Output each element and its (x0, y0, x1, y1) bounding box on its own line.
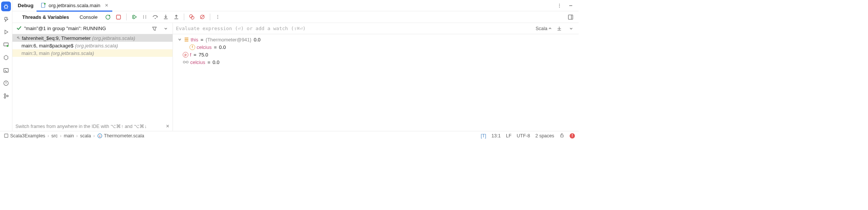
layout-icon[interactable] (566, 12, 575, 21)
var-name: celcius (197, 44, 212, 50)
chevron-right-icon: › (47, 133, 49, 138)
status-indent[interactable]: 2 spaces (535, 133, 554, 138)
frame-text: main:6, main$package$ (21, 43, 73, 49)
tab-console[interactable]: Console (75, 11, 102, 23)
mute-breakpoints-icon[interactable] (198, 12, 207, 21)
back-icon (15, 35, 20, 41)
glasses-icon (183, 59, 189, 65)
close-icon[interactable] (105, 3, 108, 7)
more-vert-icon[interactable] (213, 12, 222, 21)
svg-point-11 (559, 5, 560, 6)
evaluate-bar: Scala (173, 23, 579, 34)
frames-list: fahrenheit_$eq:9, Thermometer (org.jetbr… (12, 34, 173, 121)
run-tool-icon[interactable] (1, 27, 11, 37)
chevron-right-icon: › (76, 133, 78, 138)
services-tool-icon[interactable] (1, 40, 11, 50)
debug-header: Debug org.jetbrains.scala.main (12, 0, 579, 11)
field-icon: f (189, 44, 195, 50)
var-value: 0.0 (212, 59, 219, 65)
variable-row[interactable]: celcius = 0.0 (173, 58, 579, 66)
stop-icon[interactable] (114, 12, 123, 21)
svg-point-23 (183, 61, 185, 63)
filter-icon[interactable] (150, 24, 159, 33)
frame-row[interactable]: fahrenheit_$eq:9, Thermometer (org.jetbr… (12, 34, 173, 42)
breadcrumb-item[interactable]: src (51, 133, 58, 138)
evaluate-input[interactable] (176, 26, 533, 31)
variable-row[interactable]: this = {Thermometer@941} 0.0 (173, 36, 579, 43)
status-caret[interactable]: 13:1 (492, 133, 501, 138)
variables-tree: this = {Thermometer@941} 0.0 f celcius =… (173, 34, 579, 131)
svg-rect-28 (561, 135, 563, 137)
var-value: 0.0 (219, 44, 226, 50)
check-icon (16, 25, 22, 32)
frame-row[interactable]: main:6, main$package$ (org.jetbrains.sca… (12, 42, 173, 49)
svg-point-7 (7, 95, 8, 97)
var-type: {Thermometer@941} (206, 37, 252, 43)
lock-icon[interactable] (559, 133, 564, 139)
step-over-icon[interactable] (151, 12, 160, 21)
frame-text: fahrenheit_$eq:9, Thermometer (22, 35, 91, 41)
svg-point-12 (559, 7, 560, 8)
terminal-tool-icon[interactable] (1, 65, 11, 75)
svg-point-0 (5, 5, 8, 8)
file-icon (40, 2, 46, 8)
svg-point-9 (44, 3, 46, 5)
breadcrumb-item[interactable]: main (64, 133, 74, 138)
status-bar: Scala3Examples › src › main › scala › c … (0, 131, 579, 140)
step-out-icon[interactable] (172, 12, 181, 21)
frames-tip: Switch frames from anywhere in the IDE w… (12, 121, 173, 131)
status-types[interactable]: [T] (481, 133, 486, 138)
breadcrumb-item[interactable]: scala (80, 133, 91, 138)
svg-point-6 (4, 97, 6, 98)
module-icon (4, 133, 9, 138)
var-value: 0.0 (254, 37, 260, 43)
tab-threads-variables[interactable]: Threads & Variables (18, 11, 73, 23)
toolbar-divider (210, 14, 210, 20)
variable-row[interactable]: f celcius = 0.0 (173, 43, 579, 51)
frame-package: (org.jetbrains.scala) (92, 35, 135, 41)
pause-icon[interactable] (140, 12, 149, 21)
more-vert-icon[interactable] (555, 2, 564, 10)
svg-rect-14 (117, 15, 121, 19)
svg-point-15 (155, 18, 156, 19)
vcs-tool-icon[interactable] (1, 91, 11, 101)
status-line-sep[interactable]: LF (506, 133, 512, 138)
variable-row[interactable]: p f = 75.0 (173, 51, 579, 58)
minimize-icon[interactable] (567, 2, 575, 10)
step-into-icon[interactable] (161, 12, 170, 21)
rerun-icon[interactable] (104, 12, 113, 21)
frame-package: (org.jetbrains.scala) (75, 43, 118, 49)
debug-tool-icon[interactable] (1, 2, 11, 11)
resume-icon[interactable] (130, 12, 139, 21)
chevron-down-icon[interactable] (177, 38, 182, 41)
debug-toolbar: Threads & Variables Console (12, 11, 579, 23)
svg-point-21 (217, 18, 218, 19)
error-indicator-icon[interactable]: ! (570, 133, 575, 138)
tip-text: Switch frames from anywhere in the IDE w… (15, 123, 164, 129)
hex-tool-icon[interactable] (1, 53, 11, 62)
svg-text:c: c (99, 134, 101, 138)
debug-title: Debug (18, 3, 34, 8)
chevron-down-icon[interactable] (567, 24, 576, 33)
svg-point-19 (217, 15, 218, 16)
scala-file-icon: c (97, 133, 102, 138)
left-tool-rail (0, 0, 12, 131)
view-breakpoints-icon[interactable] (187, 12, 196, 21)
run-config-label: org.jetbrains.scala.main (49, 3, 100, 8)
status-encoding[interactable]: UTF-8 (517, 133, 530, 138)
language-selector[interactable]: Scala (536, 26, 552, 31)
svg-point-2 (7, 45, 9, 47)
svg-rect-22 (568, 15, 573, 19)
frame-row[interactable]: main:3, main (org.jetbrains.scala) (12, 49, 173, 57)
breadcrumb-project[interactable]: Scala3Examples (4, 133, 45, 138)
chevron-down-icon[interactable] (161, 24, 170, 33)
frame-text: main:3, main (21, 50, 49, 56)
var-name: f (190, 52, 191, 58)
add-watch-icon[interactable] (555, 24, 564, 33)
close-icon[interactable] (166, 124, 170, 128)
var-value: 75.0 (199, 52, 208, 58)
build-tool-icon[interactable] (1, 14, 11, 24)
breadcrumb-file[interactable]: c Thermometer.scala (97, 133, 144, 138)
problems-tool-icon[interactable] (1, 78, 11, 88)
run-config-tab[interactable]: org.jetbrains.scala.main (37, 0, 112, 12)
